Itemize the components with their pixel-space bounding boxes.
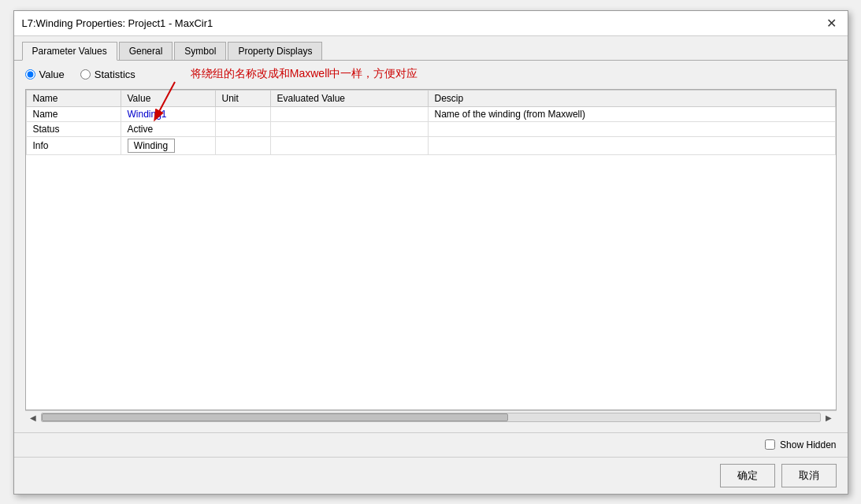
dialog: L7:Winding Properties: Project1 - MaxCir… — [13, 10, 848, 495]
cell-eval-2 — [270, 136, 428, 154]
scroll-left-arrow[interactable]: ◀ — [28, 413, 38, 422]
info-value-box: Winding — [128, 139, 175, 153]
cell-name-1: Status — [26, 121, 121, 136]
title-bar: L7:Winding Properties: Project1 - MaxCir… — [14, 11, 848, 36]
cell-desc-0: Name of the winding (from Maxwell) — [428, 106, 835, 121]
cell-desc-1 — [428, 121, 835, 136]
table-row: Info Winding — [26, 136, 835, 154]
scroll-right-arrow[interactable]: ▶ — [824, 413, 833, 422]
cell-unit-1 — [215, 121, 270, 136]
col-header-value: Value — [121, 90, 215, 106]
radio-statistics-input[interactable] — [80, 69, 91, 80]
col-header-desc: Descip — [428, 90, 835, 106]
cell-name-0: Name — [26, 106, 121, 121]
scroll-track[interactable] — [41, 413, 821, 422]
scroll-thumb[interactable] — [42, 413, 509, 421]
col-header-eval: Evaluated Value — [270, 90, 428, 106]
radio-statistics[interactable]: Statistics — [80, 69, 135, 80]
dialog-title: L7:Winding Properties: Project1 - MaxCir… — [22, 17, 213, 29]
cell-desc-2 — [428, 136, 835, 154]
ok-button[interactable]: 确定 — [720, 464, 775, 487]
table-row: Name Winding1 Name of the winding (from … — [26, 106, 835, 121]
cell-value-2: Winding — [121, 136, 215, 154]
button-row: 确定 取消 — [14, 457, 848, 494]
tab-general[interactable]: General — [119, 42, 173, 60]
cell-eval-0 — [270, 106, 428, 121]
annotation-text: 将绕组的名称改成和Maxwell中一样，方便对应 — [191, 67, 418, 80]
col-header-name: Name — [26, 90, 121, 106]
tabs-header: Parameter Values General Symbol Property… — [14, 36, 848, 61]
tab-symbol[interactable]: Symbol — [174, 42, 226, 60]
cell-unit-2 — [215, 136, 270, 154]
col-header-unit: Unit — [215, 90, 270, 106]
cancel-button[interactable]: 取消 — [781, 464, 837, 487]
tab-property-displays[interactable]: Property Displays — [228, 42, 322, 60]
cell-value-1: Active — [121, 121, 215, 136]
table-row: Status Active — [26, 121, 835, 136]
show-hidden-label[interactable]: Show Hidden — [780, 439, 836, 450]
cell-name-2: Info — [26, 136, 121, 154]
cell-unit-0 — [215, 106, 270, 121]
cell-value-0[interactable]: Winding1 — [121, 106, 215, 121]
properties-table-container: Name Value Unit Evaluated Value Descip N… — [25, 89, 837, 410]
winding1-link[interactable]: Winding1 — [128, 109, 167, 120]
radio-value-input[interactable] — [25, 69, 35, 80]
content-area: Value Statistics 将绕组的 — [14, 61, 848, 432]
horizontal-scrollbar: ◀ ▶ — [25, 410, 837, 424]
properties-table: Name Value Unit Evaluated Value Descip N… — [26, 90, 836, 155]
cell-eval-1 — [270, 121, 428, 136]
radio-value[interactable]: Value — [25, 69, 65, 80]
show-hidden-container: Show Hidden — [765, 439, 836, 450]
close-button[interactable]: ✕ — [823, 16, 840, 31]
tab-parameter-values[interactable]: Parameter Values — [22, 42, 117, 61]
show-hidden-checkbox[interactable] — [765, 439, 775, 450]
bottom-bar: Show Hidden — [14, 432, 848, 457]
